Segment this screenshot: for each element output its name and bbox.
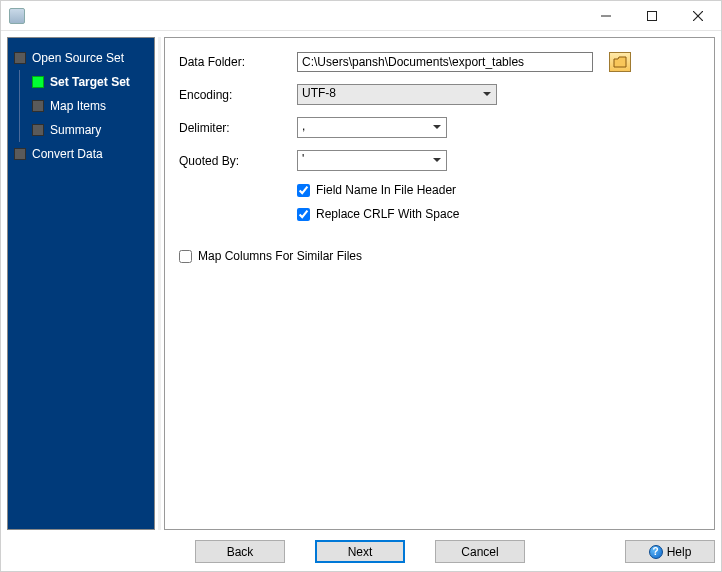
app-icon — [9, 8, 25, 24]
field-name-header-checkbox[interactable] — [297, 184, 310, 197]
delimiter-label: Delimiter: — [179, 121, 289, 135]
replace-crlf-label: Replace CRLF With Space — [316, 207, 459, 221]
field-name-header-label: Field Name In File Header — [316, 183, 456, 197]
cancel-button[interactable]: Cancel — [435, 540, 525, 563]
maximize-button[interactable] — [629, 1, 675, 31]
help-label: Help — [667, 545, 692, 559]
sidebar-item-open-source-set[interactable]: Open Source Set — [10, 46, 154, 70]
help-button[interactable]: ? Help — [625, 540, 715, 563]
sidebar-item-map-items[interactable]: Map Items — [10, 94, 154, 118]
replace-crlf-checkbox[interactable] — [297, 208, 310, 221]
step-box-icon — [32, 100, 44, 112]
maximize-icon — [647, 11, 657, 21]
sidebar-item-convert-data[interactable]: Convert Data — [10, 142, 154, 166]
button-bar: Back Next Cancel ? Help — [7, 536, 715, 563]
step-box-icon — [32, 124, 44, 136]
field-name-header-row: Field Name In File Header — [297, 183, 700, 197]
minimize-button[interactable] — [583, 1, 629, 31]
minimize-icon — [601, 11, 611, 21]
data-folder-input[interactable] — [297, 52, 593, 72]
delimiter-value: , — [297, 117, 447, 138]
sidebar-item-label: Open Source Set — [32, 51, 124, 65]
wizard-sidebar: Open Source Set Set Target Set Map Items… — [7, 37, 155, 530]
splitter[interactable] — [158, 37, 161, 530]
svg-rect-1 — [648, 11, 657, 20]
step-box-icon — [32, 76, 44, 88]
titlebar — [1, 1, 721, 31]
encoding-select[interactable]: UTF-8 — [297, 84, 497, 105]
sidebar-item-set-target-set[interactable]: Set Target Set — [10, 70, 154, 94]
close-icon — [693, 11, 703, 21]
map-columns-checkbox[interactable] — [179, 250, 192, 263]
delimiter-select[interactable]: , — [297, 117, 447, 138]
next-button[interactable]: Next — [315, 540, 405, 563]
back-button[interactable]: Back — [195, 540, 285, 563]
sidebar-item-label: Convert Data — [32, 147, 103, 161]
step-box-icon — [14, 52, 26, 64]
encoding-value: UTF-8 — [297, 84, 497, 105]
step-box-icon — [14, 148, 26, 160]
quoted-by-select[interactable]: ' — [297, 150, 447, 171]
sidebar-item-label: Map Items — [50, 99, 106, 113]
data-folder-label: Data Folder: — [179, 55, 289, 69]
sidebar-item-summary[interactable]: Summary — [10, 118, 154, 142]
main-panel: Data Folder: Encoding: UTF-8 Delimiter: … — [164, 37, 715, 530]
help-icon: ? — [649, 545, 663, 559]
replace-crlf-row: Replace CRLF With Space — [297, 207, 700, 221]
quoted-by-label: Quoted By: — [179, 154, 289, 168]
quoted-by-value: ' — [297, 150, 447, 171]
map-columns-row: Map Columns For Similar Files — [179, 249, 700, 263]
sidebar-item-label: Summary — [50, 123, 101, 137]
close-button[interactable] — [675, 1, 721, 31]
map-columns-label: Map Columns For Similar Files — [198, 249, 362, 263]
sidebar-item-label: Set Target Set — [50, 75, 130, 89]
encoding-label: Encoding: — [179, 88, 289, 102]
folder-icon — [613, 56, 627, 68]
browse-folder-button[interactable] — [609, 52, 631, 72]
